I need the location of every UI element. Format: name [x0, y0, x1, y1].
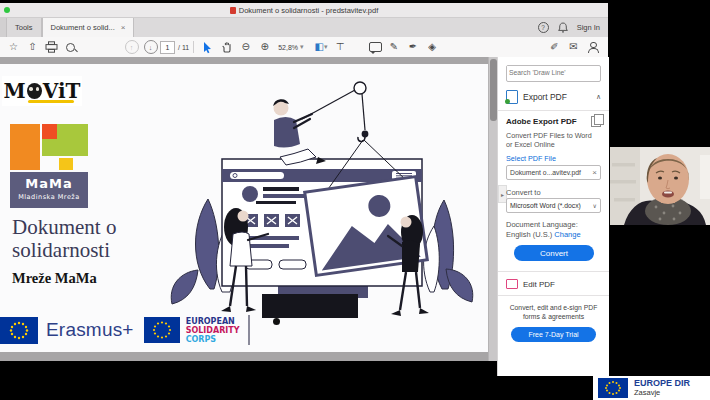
slide-subtitle: Mreže MaMa — [12, 270, 97, 287]
share-with-person-icon[interactable] — [584, 39, 601, 55]
screen: Dokument o solidarnosti - predstavitev.p… — [0, 0, 710, 400]
mama-logo: MaMa Mladinska Mreža — [10, 124, 88, 208]
webcam-video — [610, 147, 710, 225]
document-language-row: English (U.S.) Change — [506, 230, 581, 239]
stamp-icon[interactable]: ◈ — [424, 39, 441, 55]
page-display-icon[interactable]: ◧▾ — [313, 39, 330, 55]
adobe-export-pdf-title: Adobe Export PDF — [506, 117, 577, 126]
teamwork-illustration — [150, 64, 488, 334]
zoom-caret-icon[interactable]: ▾ — [300, 43, 304, 51]
export-pdf-icon — [506, 90, 518, 104]
promo-text: Convert, edit and e-sign PDF forms & agr… — [498, 303, 609, 321]
tabbar-right: ? Sign In — [538, 18, 608, 37]
tab-tools[interactable]: Tools — [7, 18, 42, 37]
export-pdf-header[interactable]: Export PDF ∧ — [506, 89, 601, 105]
zasavje-label: Zasavje — [634, 388, 690, 398]
tab-bar: Tools Dokument o solid... × ? Sign In — [0, 18, 608, 37]
document-viewport[interactable]: MViT MaMa Mladinska Mreža Dokument o sol… — [0, 57, 488, 361]
edit-pencil-icon[interactable]: ✎ — [386, 39, 403, 55]
edit-pdf-label: Edit PDF — [523, 280, 555, 289]
zoom-out-icon[interactable]: ⊖ — [237, 39, 254, 55]
select-pdf-file-link[interactable]: Select PDF File — [506, 154, 556, 163]
traffic-light-green[interactable] — [4, 7, 10, 13]
tab-document[interactable]: Dokument o solid... × — [42, 18, 135, 37]
free-trial-button[interactable]: Free 7-Day Trial — [511, 327, 596, 342]
webcam-frame — [610, 147, 710, 225]
zoom-in-icon[interactable]: ⊕ — [256, 39, 273, 55]
edit-pdf-icon — [506, 279, 518, 289]
language-value: English (U.S.) — [506, 230, 552, 239]
selected-file-name: Dokument o...avitev.pdf — [510, 169, 581, 176]
window-titlebar: Dokument o solidarnosti - predstavitev.p… — [0, 3, 608, 18]
tab-home-partial[interactable] — [0, 18, 7, 37]
hand-tool-icon[interactable] — [218, 39, 235, 55]
selected-file-box[interactable]: Dokument o...avitev.pdf × — [506, 165, 601, 180]
movit-logo: MViT — [2, 76, 82, 106]
mama-label: MaMa Mladinska Mreža — [10, 172, 88, 208]
print-icon[interactable] — [43, 39, 60, 55]
slide-title: Dokument o solidarnosti — [12, 216, 116, 262]
movit-owl-icon — [27, 83, 42, 99]
comment-icon[interactable] — [367, 39, 384, 55]
fill-sign-icon[interactable]: ✐ — [546, 39, 563, 55]
upload-share-icon[interactable]: ⇧ — [24, 39, 41, 55]
chevron-down-icon: ∨ — [593, 202, 597, 209]
export-description: Convert PDF Files to Word or Excel Onlin… — [506, 131, 592, 149]
erasmus-label: Erasmus+ — [46, 319, 134, 341]
document-language-label: Document Language: — [506, 220, 578, 229]
eu-flag-erasmus — [0, 317, 38, 344]
tab-close-icon[interactable]: × — [121, 23, 126, 32]
zoom-level-value[interactable]: 52,8% — [278, 44, 298, 51]
next-page-button[interactable]: ↓ — [142, 39, 159, 55]
page-total-label: / 11 — [178, 44, 189, 51]
export-pdf-panel: ▸ Export PDF ∧ Adobe Export PDF Convert … — [497, 57, 609, 376]
convert-button[interactable]: Convert — [514, 245, 594, 261]
tab-tools-label: Tools — [15, 23, 33, 32]
tool-search-input[interactable] — [507, 66, 599, 79]
measure-tool-icon[interactable]: ⊤ — [332, 39, 349, 55]
tab-document-label: Dokument o solid... — [51, 23, 115, 32]
export-pdf-title: Export PDF — [523, 92, 567, 102]
europe-direct-overlay: EUROPE DIR Zasavje — [593, 376, 710, 400]
help-icon[interactable]: ? — [538, 22, 549, 33]
copy-pages-icon[interactable] — [591, 116, 601, 127]
tool-search-box[interactable] — [506, 65, 601, 82]
eu-flag-overlay — [598, 378, 628, 398]
change-language-link[interactable]: Change — [554, 230, 580, 239]
format-value: Microsoft Word (*.docx) — [510, 202, 581, 209]
clear-file-icon[interactable]: × — [592, 168, 597, 177]
notification-bell-icon[interactable] — [558, 22, 568, 33]
chevron-up-icon[interactable]: ∧ — [596, 93, 601, 101]
window-title: Dokument o solidarnosti - predstavitev.p… — [239, 6, 379, 15]
favorites-star-icon[interactable]: ☆ — [5, 39, 22, 55]
main-toolbar: ☆ ⇧ ↑ ↓ 1 / 11 ⊖ ⊕ 52,8% ▾ ◧▾ ⊤ ✎ ✒ ◈ ✐ … — [0, 37, 608, 58]
scrollbar-thumb[interactable] — [490, 59, 497, 121]
page-number-input[interactable]: 1 — [160, 41, 175, 54]
select-tool-icon[interactable] — [199, 39, 216, 55]
europe-direct-label: EUROPE DIR — [634, 378, 690, 388]
pdf-file-icon — [230, 7, 236, 14]
pdf-page: MViT MaMa Mladinska Mreža Dokument o sol… — [0, 64, 488, 352]
movit-underline — [28, 100, 74, 103]
movit-text-m: M — [4, 79, 26, 103]
previous-page-button[interactable]: ↑ — [123, 39, 140, 55]
edit-pdf-row[interactable]: Edit PDF — [506, 279, 555, 289]
convert-to-label: Convert to — [506, 188, 541, 197]
sign-pen-icon[interactable]: ✒ — [405, 39, 422, 55]
sign-in-button[interactable]: Sign In — [577, 23, 600, 32]
search-icon[interactable] — [62, 39, 79, 55]
send-envelope-icon[interactable]: ✉ — [565, 39, 582, 55]
format-dropdown[interactable]: Microsoft Word (*.docx) ∨ — [506, 198, 601, 213]
